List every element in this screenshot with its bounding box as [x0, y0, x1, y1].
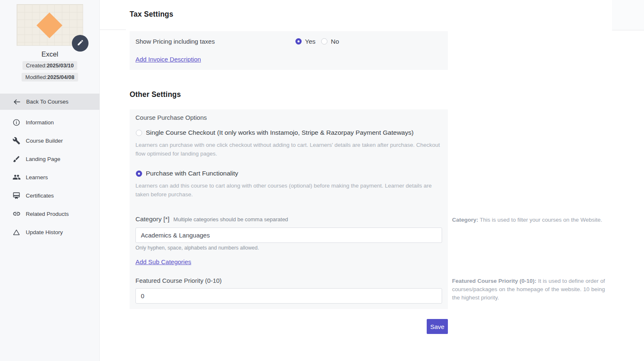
link-icon: [12, 210, 21, 218]
category-label-row: Category [*] Multiple categories should …: [135, 215, 288, 223]
header-divider-right: [612, 30, 644, 30]
featured-course-priority-label: Featured Course Priority (0-10): [135, 277, 222, 284]
purchase-with-cart-description: Learners can add this course to cart alo…: [135, 181, 446, 199]
sidebar-item-landing-page[interactable]: Landing Page: [0, 150, 100, 168]
priority-side-note-title: Featured Course Priority (0-10):: [452, 278, 536, 284]
back-to-courses-button[interactable]: Back To Courses: [0, 94, 100, 110]
pencil-icon: [77, 39, 84, 48]
course-purchase-options-label: Course Purchase Options: [135, 114, 207, 121]
created-date-badge: Created:2025/03/10: [22, 61, 78, 70]
wrench-icon: [12, 137, 21, 145]
no-radio-label: No: [331, 38, 339, 45]
no-radio[interactable]: [321, 38, 327, 45]
yes-radio[interactable]: [295, 38, 302, 45]
back-to-courses-label: Back To Courses: [26, 99, 69, 105]
brush-icon: [12, 155, 21, 163]
tax-settings-section: Show Pricing including taxes Yes No Add …: [130, 31, 448, 70]
single-course-checkout-label: Single Course Checkout (It only works wi…: [146, 129, 413, 136]
show-pricing-label: Show Pricing including taxes: [135, 38, 215, 45]
purchase-with-cart-label: Purchase with Cart Functionality: [146, 170, 238, 177]
sidebar-item-label: Information: [26, 119, 54, 126]
certificate-icon: [12, 192, 21, 200]
category-side-note: Category: This is used to filter your co…: [452, 216, 605, 224]
single-course-checkout-option[interactable]: Single Course Checkout (It only works wi…: [136, 129, 413, 136]
purchase-with-cart-radio[interactable]: [136, 171, 142, 177]
yes-radio-label: Yes: [305, 38, 315, 45]
other-settings-title: Other Settings: [130, 90, 181, 99]
sidebar-item-label: Course Builder: [26, 138, 63, 144]
sidebar-item-label: Update History: [26, 229, 63, 235]
single-course-checkout-radio[interactable]: [136, 130, 142, 136]
sidebar-item-label: Landing Page: [26, 156, 60, 162]
sidebar-item-information[interactable]: Information: [0, 113, 100, 131]
arrow-left-icon: [13, 98, 21, 106]
thumbnail-diamond-graphic: [37, 12, 62, 38]
modified-date-badge: Modified:2025/04/08: [22, 73, 78, 82]
course-settings-screen: Excel Created:2025/03/10 Modified:2025/0…: [0, 0, 644, 361]
sidebar-item-related-products[interactable]: Related Products: [0, 205, 100, 223]
sidebar-item-label: Certificates: [26, 193, 54, 199]
sidebar: Excel Created:2025/03/10 Modified:2025/0…: [0, 0, 100, 361]
triangle-icon: [12, 228, 21, 236]
sidebar-item-label: Learners: [26, 174, 48, 180]
sidebar-item-course-builder[interactable]: Course Builder: [0, 131, 100, 150]
sidebar-menu: Information Course Builder Landing Page …: [0, 113, 100, 241]
category-input[interactable]: [135, 227, 442, 243]
add-sub-categories-link[interactable]: Add Sub Categories: [135, 258, 191, 265]
sidebar-item-learners[interactable]: Learners: [0, 168, 100, 186]
tax-settings-title: Tax Settings: [130, 10, 173, 19]
sidebar-item-update-history[interactable]: Update History: [0, 223, 100, 241]
single-course-checkout-description: Learners can purchase with one click che…: [135, 141, 446, 158]
category-helper-text: Only hyphen, space, alphabets and number…: [135, 245, 259, 251]
header-divider-left: [100, 30, 126, 30]
sidebar-item-label: Related Products: [26, 211, 69, 217]
purchase-with-cart-option[interactable]: Purchase with Cart Functionality: [136, 170, 238, 177]
top-right-panel-tint: [612, 0, 644, 30]
info-icon: [12, 119, 21, 126]
featured-course-priority-input[interactable]: [135, 288, 442, 304]
category-label: Category [*]: [135, 215, 170, 223]
sidebar-item-certificates[interactable]: Certificates: [0, 186, 100, 205]
show-pricing-radio-group: Yes No: [295, 38, 339, 45]
category-side-note-title: Category:: [452, 217, 478, 223]
people-icon: [12, 173, 21, 181]
add-invoice-description-link[interactable]: Add Invoice Description: [135, 56, 201, 63]
edit-thumbnail-button[interactable]: [72, 35, 88, 52]
priority-side-note: Featured Course Priority (0-10): It is u…: [452, 277, 605, 302]
other-settings-section: Course Purchase Options Single Course Ch…: [130, 109, 448, 309]
course-title: Excel: [0, 50, 100, 58]
save-button[interactable]: Save: [427, 319, 448, 334]
category-hint: Multiple categories should be comma sepa…: [173, 216, 288, 223]
